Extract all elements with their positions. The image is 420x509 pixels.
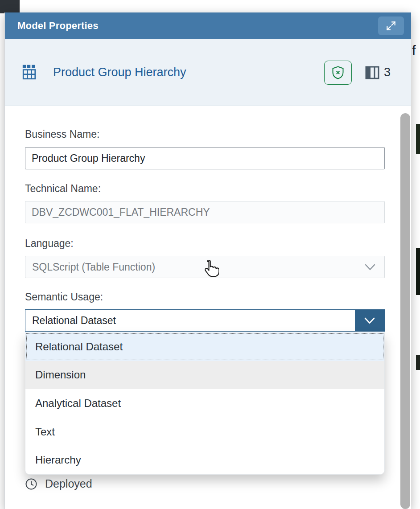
model-title: Product Group Hierarchy: [53, 66, 186, 79]
language-value: SQLScript (Table Function): [25, 261, 365, 273]
background-image-fragment: [416, 124, 420, 154]
semantic-usage-dropdown-button[interactable]: [355, 310, 384, 331]
chevron-down-icon: [365, 264, 375, 271]
model-properties-panel: Model Properties: [4, 12, 411, 509]
shield-x-icon: [332, 66, 344, 79]
model-summary-bar: Product Group Hierarchy: [5, 39, 411, 106]
option-dimension[interactable]: Dimension: [25, 361, 384, 390]
summary-actions: 3: [324, 61, 400, 85]
technical-name-label: Technical Name:: [25, 183, 101, 195]
option-relational-dataset[interactable]: Relational Dataset: [25, 332, 384, 361]
screen: f Model Properties: [0, 0, 420, 509]
semantic-usage-options-list: Relational Dataset Dimension Analytical …: [25, 332, 385, 475]
expand-button[interactable]: [378, 16, 404, 35]
background-image-fragment: [416, 355, 420, 370]
validation-status-badge[interactable]: [324, 61, 352, 85]
clock-icon: [25, 478, 37, 490]
columns-count: 3: [384, 66, 391, 79]
properties-form: Business Name: Technical Name: Language:…: [5, 106, 411, 509]
option-text[interactable]: Text: [25, 418, 384, 446]
semantic-usage-label: Semantic Usage:: [25, 291, 103, 303]
panel-header: Model Properties: [5, 12, 411, 39]
deployment-status-label: Deployed: [45, 477, 92, 490]
technical-name-input: [25, 201, 385, 223]
business-name-label: Business Name:: [25, 128, 99, 140]
table-grid-icon: [22, 63, 41, 82]
semantic-usage-value: Relational Dataset: [25, 315, 384, 327]
semantic-usage-select[interactable]: Relational Dataset: [25, 309, 385, 332]
business-name-input[interactable]: [25, 147, 385, 169]
scrollbar-thumb[interactable]: [400, 113, 410, 509]
language-select: SQLScript (Table Function): [25, 256, 385, 278]
language-label: Language:: [25, 238, 74, 250]
chevron-down-icon: [364, 317, 375, 324]
columns-count-group[interactable]: 3: [365, 66, 391, 79]
deployment-status-row: Deployed: [25, 477, 92, 490]
background-image-fragment: [416, 248, 420, 295]
vertical-scrollbar[interactable]: [400, 113, 411, 509]
option-analytical-dataset[interactable]: Analytical Dataset: [25, 389, 384, 418]
panel-title: Model Properties: [17, 20, 99, 32]
expand-arrows-icon: [385, 20, 397, 32]
background-dark-block: [0, 0, 20, 13]
table-columns-icon: [365, 66, 379, 79]
background-text-fragment: f: [412, 43, 416, 59]
option-hierarchy[interactable]: Hierarchy: [25, 446, 384, 474]
